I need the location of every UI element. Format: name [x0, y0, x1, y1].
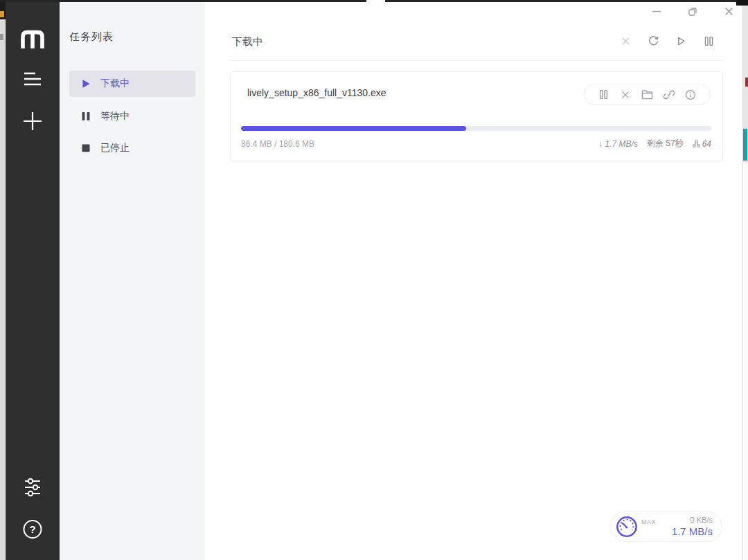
motrix-logo-glyph: [19, 29, 46, 48]
pause-all-icon[interactable]: [703, 35, 715, 47]
task-panel-title: 任务列表: [69, 30, 114, 44]
upload-speed-text: 0 KB/s: [691, 516, 713, 525]
help-icon[interactable]: ?: [24, 520, 42, 539]
minimize-button[interactable]: [651, 6, 662, 17]
connections-count: 64: [702, 139, 711, 149]
page-title: 下载中: [232, 35, 263, 48]
download-speed-text: ↓ 1.7 MB/s: [598, 139, 638, 149]
task-stats-row: 86.4 MB / 180.6 MB ↓ 1.7 MB/s 剩余 57秒 64: [241, 138, 711, 150]
nav-item-downloading[interactable]: 下载中: [69, 71, 195, 97]
info-icon[interactable]: [684, 89, 697, 101]
task-list-icon[interactable]: [24, 72, 42, 86]
maximize-button[interactable]: [687, 6, 698, 17]
open-folder-icon[interactable]: [641, 89, 653, 101]
delete-task-icon[interactable]: [619, 89, 632, 101]
nav-item-waiting[interactable]: 等待中: [69, 103, 195, 129]
sidebar-rail: ?: [6, 0, 60, 560]
window-controls: [651, 6, 734, 17]
background-window-left-edge: [0, 0, 6, 560]
connections-icon: [693, 140, 700, 147]
download-task-card[interactable]: lively_setup_x86_full_v1130.exe: [230, 71, 723, 161]
progress-bar: [241, 126, 711, 131]
close-window-button[interactable]: [723, 6, 734, 17]
nav-item-stopped[interactable]: 已停止: [69, 135, 195, 161]
screen: ? 任务列表 下载中 等待中: [0, 0, 748, 560]
help-glyph: ?: [29, 523, 35, 535]
progress-fill: [241, 126, 466, 131]
stop-icon: [81, 143, 91, 153]
speed-widget[interactable]: MAX 0 KB/s 1.7 MB/s: [610, 512, 722, 542]
header-divider: [230, 60, 723, 61]
nav-item-label: 已停止: [100, 142, 130, 154]
nav-item-label: 等待中: [100, 110, 130, 123]
delete-task-icon[interactable]: [620, 35, 632, 47]
speedometer-icon: [615, 515, 639, 539]
nav-item-label: 下载中: [100, 78, 130, 90]
refresh-icon[interactable]: [648, 35, 659, 47]
motrix-logo-icon: [19, 29, 46, 48]
task-action-bar: [584, 84, 711, 105]
main-area: 下载中: [205, 0, 742, 560]
background-red-fragment: [745, 78, 748, 87]
background-top-notch: [366, 0, 385, 2]
background-glyph-fragment: [0, 34, 3, 40]
play-icon: [81, 79, 91, 89]
time-remaining-text: 剩余 57秒: [647, 138, 684, 150]
motrix-window: ? 任务列表 下载中 等待中: [6, 0, 742, 560]
task-filename: lively_setup_x86_full_v1130.exe: [247, 87, 386, 98]
speed-readouts: 0 KB/s 1.7 MB/s: [656, 516, 713, 539]
background-top-corner: [736, 0, 748, 6]
header-toolbar: [620, 35, 715, 47]
preferences-icon[interactable]: [23, 478, 42, 497]
background-window-right-edge: [742, 0, 748, 560]
pause-icon: [81, 111, 91, 121]
task-panel: 任务列表 下载中 等待中 已: [60, 0, 205, 560]
connections-stat: 64: [693, 139, 711, 149]
copy-link-icon[interactable]: [663, 89, 675, 101]
background-star-fragment: [0, 11, 4, 17]
pause-task-icon[interactable]: [598, 89, 610, 101]
task-stats-right: ↓ 1.7 MB/s 剩余 57秒 64: [598, 138, 711, 150]
add-task-icon[interactable]: [22, 111, 43, 132]
download-speed-total: 1.7 MB/s: [672, 525, 713, 539]
size-progress-text: 86.4 MB / 180.6 MB: [241, 139, 314, 149]
background-teal-fragment: [743, 129, 747, 161]
speed-mode-label: MAX: [641, 518, 656, 525]
resume-all-icon[interactable]: [675, 35, 687, 47]
